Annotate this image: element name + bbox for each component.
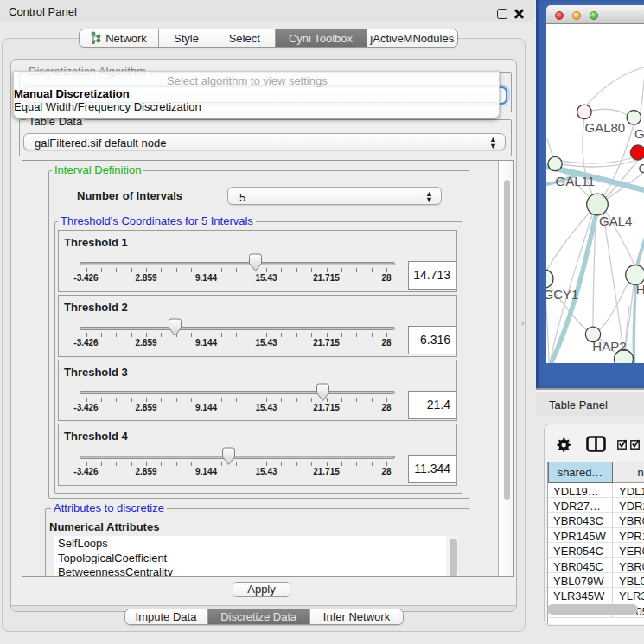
svg-text:GAL80: GAL80 [584, 120, 625, 135]
svg-text:GAL4: GAL4 [599, 214, 632, 228]
svg-text:HIS4: HIS4 [635, 281, 644, 296]
svg-text:CDC: CDC [638, 161, 644, 175]
svg-text:GCY1: GCY1 [546, 287, 578, 302]
svg-text:GAL11: GAL11 [555, 173, 595, 188]
svg-text:HAP2: HAP2 [592, 338, 626, 353]
svg-text:GAL1: GAL1 [634, 125, 644, 140]
